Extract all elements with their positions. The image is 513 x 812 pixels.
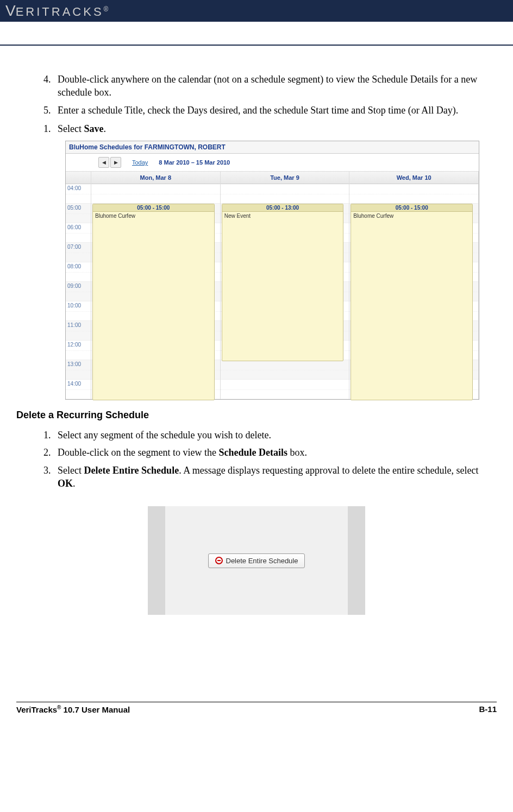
header-rule — [0, 22, 513, 46]
calendar-date-range: 8 Mar 2010 – 15 Mar 2010 — [159, 159, 230, 166]
del-step-1-text: Select any segment of the schedule you w… — [58, 430, 271, 440]
calendar-day-header: Tue, Mar 9 — [221, 172, 349, 184]
calendar-hour-row: 09:00 — [66, 282, 91, 301]
del-step-3: Select Delete Entire Schedule. A message… — [53, 464, 497, 490]
calendar-day-column[interactable]: Mon, Mar 805:00 - 15:00Bluhome Curfew — [91, 172, 221, 399]
calendar-today-link[interactable]: Today — [132, 159, 148, 166]
del-step-3-b1: Delete Entire Schedule — [84, 465, 179, 476]
steps-list-b: Select Save. — [16, 122, 497, 135]
page-footer: VeriTracks® 10.7 User Manual B-11 — [16, 702, 497, 714]
footer-page-number: B-11 — [479, 704, 497, 714]
step-save: Select Save. — [53, 122, 497, 135]
calendar-event-title: Bluhome Curfew — [93, 212, 214, 220]
del-step-2: Double-click on the segment to view the … — [53, 446, 497, 459]
step-save-suffix: . — [103, 123, 106, 134]
step-5-text: Enter a schedule Title, check the Days d… — [58, 105, 458, 116]
calendar-next-button[interactable]: ▶ — [110, 157, 121, 168]
calendar-hour-label: 12:00 — [66, 341, 91, 349]
calendar-hour-row: 04:00 — [66, 184, 91, 204]
delete-icon — [215, 557, 223, 564]
delete-button-label: Delete Entire Schedule — [226, 557, 298, 565]
calendar-hour-row: 14:00 — [66, 380, 91, 399]
step-save-bold: Save — [84, 123, 103, 134]
calendar-day-header: Wed, Mar 10 — [349, 172, 478, 184]
brand-text: ERITRACKS — [16, 5, 104, 18]
calendar-screenshot: BluHome Schedules for FARMINGTOWN, ROBER… — [65, 141, 479, 400]
calendar-hour-label: 04:00 — [66, 184, 91, 192]
calendar-time-column: 04:0005:0006:0007:0008:0009:0010:0011:00… — [66, 172, 91, 399]
footer-product: VeriTracks — [16, 705, 57, 714]
calendar-hour-label: 14:00 — [66, 380, 91, 388]
calendar-hour-label: 08:00 — [66, 262, 91, 270]
calendar-hour-label: 10:00 — [66, 301, 91, 310]
calendar-event[interactable]: 05:00 - 15:00Bluhome Curfew — [92, 204, 215, 400]
del-step-3-b2: OK — [58, 478, 73, 489]
calendar-grid: 04:0005:0006:0007:0008:0009:0010:0011:00… — [66, 172, 479, 399]
del-step-2-prefix: Double-click on the segment to view the — [58, 447, 218, 458]
calendar-hour-row: 12:00 — [66, 341, 91, 360]
calendar-hour-row: 11:00 — [66, 321, 91, 341]
calendar-hour-label: 07:00 — [66, 243, 91, 251]
calendar-event-time: 05:00 - 13:00 — [222, 204, 343, 212]
del-step-3-p3: . — [73, 478, 76, 489]
steps-list-c: Select any segment of the schedule you w… — [16, 429, 497, 490]
calendar-day-column[interactable]: Tue, Mar 905:00 - 13:00New Event — [221, 172, 350, 399]
calendar-event[interactable]: 05:00 - 13:00New Event — [222, 204, 344, 361]
step-4-text: Double-click anywhere on the calendar (n… — [58, 74, 477, 98]
page-header: VERITRACKS® — [0, 0, 513, 22]
footer-manual: 10.7 User Manual — [61, 705, 130, 714]
calendar-hour-label: 13:00 — [66, 360, 91, 368]
del-step-1: Select any segment of the schedule you w… — [53, 429, 497, 442]
calendar-toolbar: ◀ ▶ Today 8 Mar 2010 – 15 Mar 2010 — [66, 154, 479, 172]
calendar-day-header: Mon, Mar 8 — [91, 172, 220, 184]
subsection-heading: Delete a Recurring Schedule — [16, 410, 497, 421]
step-5: Enter a schedule Title, check the Days d… — [53, 104, 497, 117]
calendar-hour-row: 06:00 — [66, 223, 91, 243]
calendar-event-title: New Event — [222, 212, 343, 220]
calendar-event-time: 05:00 - 15:00 — [351, 204, 472, 212]
calendar-hour-row: 10:00 — [66, 301, 91, 321]
calendar-hour-row: 05:00 — [66, 204, 91, 223]
delete-entire-schedule-button[interactable]: Delete Entire Schedule — [208, 553, 305, 568]
footer-left: VeriTracks® 10.7 User Manual — [16, 704, 130, 714]
del-step-2-suffix: box. — [287, 447, 307, 458]
steps-list-a: Double-click anywhere on the calendar (n… — [16, 73, 497, 117]
step-save-prefix: Select — [58, 123, 84, 134]
del-step-3-p2: . A message displays requesting approval… — [179, 465, 478, 476]
calendar-hour-label: 09:00 — [66, 282, 91, 290]
calendar-event[interactable]: 05:00 - 15:00Bluhome Curfew — [351, 204, 473, 400]
calendar-hour-row: 13:00 — [66, 360, 91, 380]
del-step-2-bold: Schedule Details — [218, 447, 287, 458]
calendar-hour-row: 08:00 — [66, 262, 91, 282]
calendar-hour-label: 06:00 — [66, 223, 91, 231]
registered-mark: ® — [104, 5, 109, 13]
calendar-title: BluHome Schedules for FARMINGTOWN, ROBER… — [66, 141, 479, 154]
calendar-hour-label: 11:00 — [66, 321, 91, 329]
calendar-event-time: 05:00 - 15:00 — [93, 204, 214, 212]
brand-logo: VERITRACKS® — [5, 2, 108, 20]
calendar-hour-label: 05:00 — [66, 204, 91, 212]
calendar-hour-row: 07:00 — [66, 243, 91, 262]
delete-screenshot: Delete Entire Schedule — [148, 506, 365, 615]
calendar-day-column[interactable]: Wed, Mar 1005:00 - 15:00Bluhome Curfew — [349, 172, 479, 399]
calendar-prev-button[interactable]: ◀ — [98, 157, 109, 168]
step-4: Double-click anywhere on the calendar (n… — [53, 73, 497, 99]
calendar-event-title: Bluhome Curfew — [351, 212, 472, 220]
del-step-3-p1: Select — [58, 465, 84, 476]
